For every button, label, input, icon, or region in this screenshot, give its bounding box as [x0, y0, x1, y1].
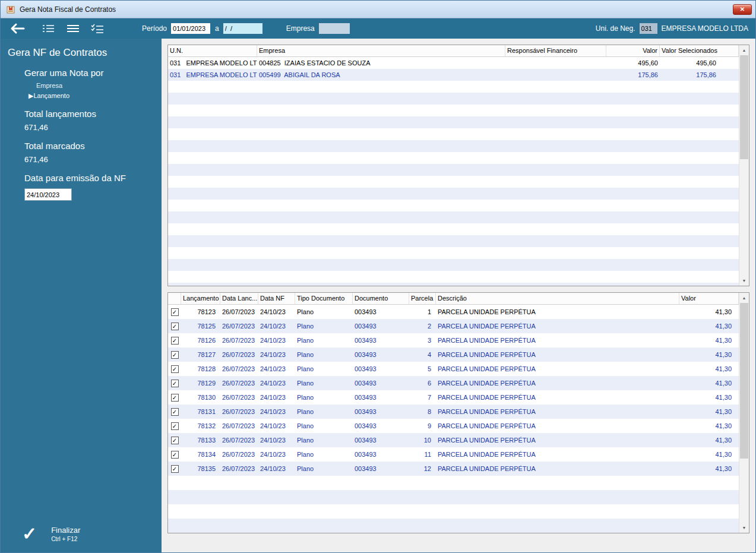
list-detail-button[interactable]: [41, 23, 56, 34]
total-marcados-value: 671,46: [24, 155, 162, 164]
unidade-group: Uni. de Neg. EMPRESA MODELO LTDA: [596, 23, 748, 34]
gerar-nota-heading: Gerar uma Nota por: [24, 68, 162, 78]
table-row[interactable]: ✓7813026/07/202324/10/23Plano0034937PARC…: [168, 390, 739, 405]
empresa-label: Empresa: [286, 24, 315, 33]
cell: [505, 57, 606, 69]
scroll-up-icon[interactable]: ▲: [739, 293, 749, 303]
unidade-name: EMPRESA MODELO LTDA: [662, 24, 748, 33]
table-row[interactable]: ✓7813126/07/202324/10/23Plano0034938PARC…: [168, 405, 739, 419]
top_grid-rows: 031 EMPRESA MODELO LTDA004825 IZAIAS EST…: [168, 57, 739, 286]
table-row[interactable]: 031 EMPRESA MODELO LTDA004825 IZAIAS EST…: [168, 57, 739, 69]
bottom-grid-vertical-scrollbar[interactable]: ▲ ▼: [739, 293, 749, 533]
column-header[interactable]: Valor Selecionados: [660, 45, 739, 56]
column-header[interactable]: Tipo Documento: [295, 293, 353, 304]
unidade-label: Uni. de Neg.: [596, 24, 635, 33]
scroll-down-icon[interactable]: ▼: [739, 523, 749, 533]
row-checkbox[interactable]: ✓: [168, 362, 181, 376]
option-lancamento[interactable]: ▶Lançamento: [29, 92, 162, 100]
table-row[interactable]: 031 EMPRESA MODELO LTDA005499 ABIGAIL DA…: [168, 69, 739, 81]
column-header[interactable]: Valor: [606, 45, 660, 56]
column-header[interactable]: [168, 293, 181, 304]
cell: 003493: [353, 347, 409, 362]
cell: PARCELA UNIDADE PERPÉTUA: [436, 333, 679, 347]
empresa-input[interactable]: [319, 23, 350, 34]
row-checkbox[interactable]: ✓: [168, 305, 181, 319]
row-checkbox[interactable]: ✓: [168, 347, 181, 362]
row-checkbox[interactable]: ✓: [168, 433, 181, 447]
cell: 495,60: [606, 57, 660, 69]
column-header[interactable]: Parcela: [409, 293, 436, 304]
cell: 26/07/2023: [220, 447, 258, 462]
table-row[interactable]: ✓7812526/07/202324/10/23Plano0034932PARC…: [168, 319, 739, 333]
cell: 41,30: [679, 405, 739, 419]
close-button[interactable]: ✕: [733, 4, 752, 15]
row-checkbox[interactable]: ✓: [168, 319, 181, 333]
cell: 005499 ABIGAIL DA ROSA: [257, 69, 505, 81]
column-header[interactable]: Valor: [679, 293, 739, 304]
column-header[interactable]: Data NF: [258, 293, 295, 304]
cell: PARCELA UNIDADE PERPÉTUA: [436, 347, 679, 362]
table-row[interactable]: ✓7812626/07/202324/10/23Plano0034933PARC…: [168, 333, 739, 347]
row-checkbox[interactable]: ✓: [168, 376, 181, 390]
table-row[interactable]: ✓7812926/07/202324/10/23Plano0034936PARC…: [168, 376, 739, 390]
column-header[interactable]: Descrição: [436, 293, 679, 304]
scrollbar-thumb[interactable]: [740, 55, 748, 159]
table-row[interactable]: ✓7813226/07/202324/10/23Plano0034939PARC…: [168, 419, 739, 433]
cell: 24/10/23: [258, 433, 295, 447]
periodo-to-input[interactable]: [223, 23, 262, 34]
scrollbar-thumb[interactable]: [740, 303, 748, 459]
cell: 78127: [181, 347, 220, 362]
cell: 24/10/23: [258, 462, 295, 476]
scroll-up-icon[interactable]: ▲: [739, 45, 749, 55]
cell: 78134: [181, 447, 220, 462]
column-header[interactable]: Lançamento: [181, 293, 220, 304]
table-row[interactable]: ✓7812826/07/202324/10/23Plano0034935PARC…: [168, 362, 739, 376]
close-icon: ✕: [740, 6, 745, 12]
row-checkbox[interactable]: ✓: [168, 462, 181, 476]
finalizar-button[interactable]: ✓ Finalizar Ctrl + F12: [22, 525, 80, 543]
row-checkbox[interactable]: ✓: [168, 419, 181, 433]
cell: 41,30: [679, 447, 739, 462]
column-header[interactable]: Empresa: [257, 45, 505, 56]
cell: PARCELA UNIDADE PERPÉTUA: [436, 447, 679, 462]
table-row[interactable]: ✓7813426/07/202324/10/23Plano00349311PAR…: [168, 447, 739, 462]
table-row[interactable]: ✓7813326/07/202324/10/23Plano00349310PAR…: [168, 433, 739, 447]
cell: 24/10/23: [258, 362, 295, 376]
periodo-from-input[interactable]: [171, 23, 210, 34]
data-emissao-input[interactable]: [24, 188, 72, 201]
table-row[interactable]: ✓7812726/07/202324/10/23Plano0034934PARC…: [168, 347, 739, 362]
checkbox-icon: ✓: [171, 337, 179, 345]
table-row[interactable]: ✓7813526/07/202324/10/23Plano00349312PAR…: [168, 462, 739, 476]
cell: 26/07/2023: [220, 362, 258, 376]
menu-lines-button[interactable]: [65, 23, 81, 34]
option-empresa[interactable]: Empresa: [36, 82, 162, 89]
scrollbar-track[interactable]: [739, 55, 749, 276]
total-lancamentos-label: Total lançamentos: [24, 109, 162, 119]
checklist-button[interactable]: [90, 23, 105, 34]
cell: Plano: [295, 319, 353, 333]
top-grid-vertical-scrollbar[interactable]: ▲ ▼: [739, 45, 749, 286]
cell: 41,30: [679, 319, 739, 333]
row-checkbox[interactable]: ✓: [168, 333, 181, 347]
scrollbar-track[interactable]: [739, 303, 749, 523]
unidade-code-input[interactable]: [640, 23, 657, 34]
column-header[interactable]: Documento: [353, 293, 409, 304]
cell: 10: [409, 433, 436, 447]
column-header[interactable]: Data Lanc...: [220, 293, 258, 304]
row-checkbox[interactable]: ✓: [168, 390, 181, 405]
table-row[interactable]: ✓7812326/07/202324/10/23Plano0034931PARC…: [168, 305, 739, 319]
toolbar: Período a Empresa Uni. de Neg. EMPRESA M…: [1, 18, 755, 39]
row-checkbox[interactable]: ✓: [168, 447, 181, 462]
scroll-down-icon[interactable]: ▼: [739, 276, 749, 286]
column-header[interactable]: Responsável Financeiro: [505, 45, 606, 56]
back-button[interactable]: [8, 21, 27, 36]
cell: 26/07/2023: [220, 419, 258, 433]
cell: Plano: [295, 305, 353, 319]
row-checkbox[interactable]: ✓: [168, 405, 181, 419]
cell: Plano: [295, 462, 353, 476]
column-header[interactable]: U.N.: [168, 45, 257, 56]
cell: 24/10/23: [258, 419, 295, 433]
list-detail-icon: [42, 23, 56, 34]
cell: 2: [409, 319, 436, 333]
sidebar: Gera NF de Contratos Gerar uma Nota por …: [1, 39, 162, 552]
